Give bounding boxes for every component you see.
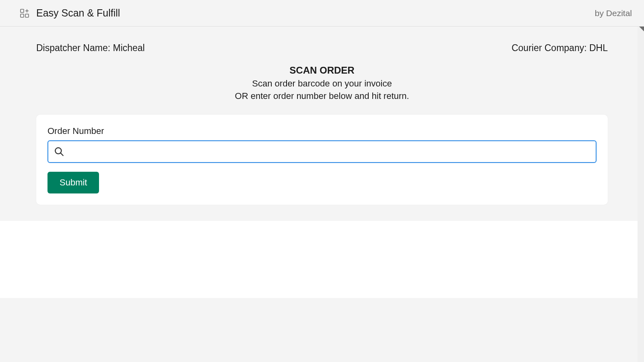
- svg-rect-0: [21, 9, 24, 12]
- order-card: Order Number Submit: [36, 115, 608, 205]
- brand-label: by Dezital: [595, 8, 632, 18]
- apps-grid-icon: [20, 9, 29, 18]
- info-row: Dispatcher Name: Micheal Courier Company…: [36, 43, 608, 53]
- header-left: Easy Scan & Fulfill: [20, 7, 120, 19]
- scrollbar-track[interactable]: [638, 27, 644, 362]
- svg-rect-1: [21, 14, 24, 17]
- submit-button[interactable]: Submit: [47, 172, 99, 193]
- app-title: Easy Scan & Fulfill: [36, 7, 120, 19]
- courier-label: Courier Company:: [512, 43, 587, 53]
- search-icon: [54, 146, 64, 157]
- scan-sub-line2: OR enter order number below and hit retu…: [36, 90, 608, 103]
- courier-info: Courier Company: DHL: [512, 43, 608, 53]
- dispatcher-info: Dispatcher Name: Micheal: [36, 43, 145, 53]
- svg-line-8: [60, 153, 63, 155]
- order-number-input[interactable]: [68, 141, 596, 162]
- frame-bottom-blank: [0, 221, 644, 298]
- courier-value: DHL: [589, 43, 608, 53]
- dispatcher-value: Micheal: [113, 43, 144, 53]
- order-number-label: Order Number: [47, 126, 597, 136]
- content-frame: Dispatcher Name: Micheal Courier Company…: [0, 27, 644, 362]
- scan-section: SCAN ORDER Scan order barcode on your in…: [36, 65, 608, 103]
- scan-sub-line1: Scan order barcode on your invoice: [36, 78, 608, 90]
- order-input-wrapper[interactable]: [47, 140, 597, 163]
- app-header: Easy Scan & Fulfill by Dezital: [0, 0, 644, 27]
- resize-corner-icon: [638, 27, 644, 33]
- dispatcher-label: Dispatcher Name:: [36, 43, 110, 53]
- scan-title: SCAN ORDER: [36, 65, 608, 76]
- svg-rect-2: [25, 14, 29, 17]
